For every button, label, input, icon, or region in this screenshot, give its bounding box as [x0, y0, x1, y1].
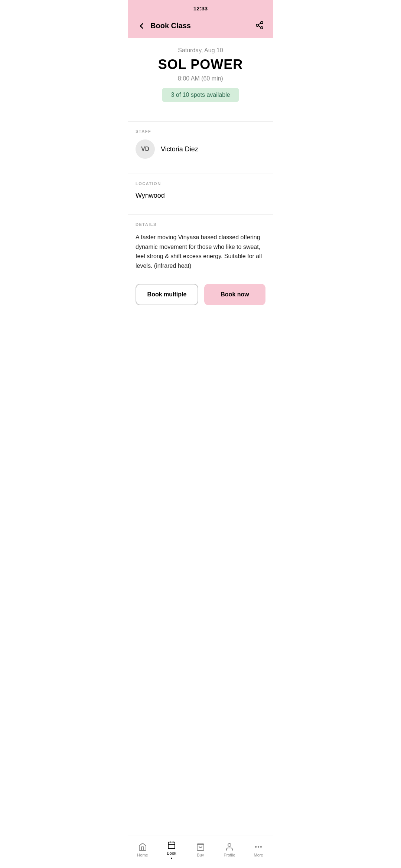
back-icon — [137, 22, 146, 30]
bottom-spacer — [128, 314, 273, 351]
class-time: 8:00 AM (60 min) — [136, 75, 265, 82]
back-button[interactable] — [136, 20, 147, 32]
divider-1 — [128, 121, 273, 122]
spots-badge: 3 of 10 spots available — [162, 88, 239, 102]
share-icon — [255, 21, 264, 30]
svg-line-3 — [258, 26, 261, 27]
divider-3 — [128, 214, 273, 215]
share-button[interactable] — [254, 19, 265, 32]
class-info-section: Saturday, Aug 10 SOL POWER 8:00 AM (60 m… — [128, 38, 273, 114]
book-multiple-button[interactable]: Book multiple — [136, 284, 198, 305]
status-time: 12:33 — [193, 5, 208, 11]
divider-2 — [128, 174, 273, 174]
location-label: LOCATION — [136, 181, 265, 186]
details-label: DETAILS — [136, 222, 265, 227]
staff-name: Victoria Diez — [161, 145, 198, 153]
book-now-button[interactable]: Book now — [204, 284, 265, 305]
staff-label: STAFF — [136, 129, 265, 134]
class-name: SOL POWER — [136, 57, 265, 72]
location-text: Wynwood — [136, 192, 265, 200]
details-section: DETAILS A faster moving Vinyasa based cl… — [128, 222, 273, 278]
staff-avatar: VD — [136, 139, 155, 159]
header-title: Book Class — [150, 22, 191, 30]
header: Book Class — [128, 16, 273, 38]
location-section: LOCATION Wynwood — [128, 181, 273, 207]
status-bar: 12:33 — [128, 0, 273, 16]
staff-row: VD Victoria Diez — [136, 139, 265, 159]
staff-section: STAFF VD Victoria Diez — [128, 129, 273, 166]
class-date: Saturday, Aug 10 — [136, 47, 265, 54]
action-buttons: Book multiple Book now — [128, 278, 273, 314]
details-text: A faster moving Vinyasa based classed of… — [136, 233, 265, 270]
header-left: Book Class — [136, 20, 191, 32]
svg-line-4 — [258, 23, 261, 25]
